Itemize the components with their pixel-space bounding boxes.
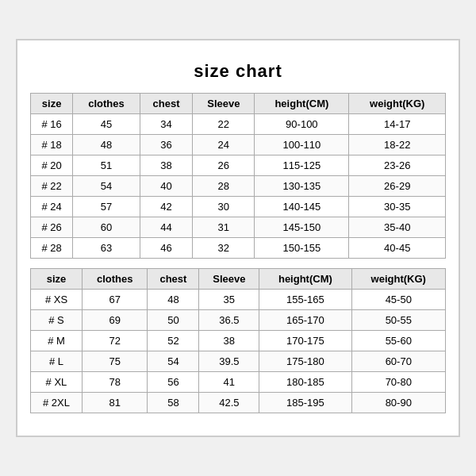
table-cell: # XL <box>31 372 83 393</box>
table-cell: 57 <box>73 197 140 217</box>
size-table-2: sizeclotheschestSleeveheight(CM)weight(K… <box>30 268 446 413</box>
table-cell: 150-155 <box>255 238 349 259</box>
table-row: # 24574230140-14530-35 <box>31 197 446 217</box>
table-cell: 115-125 <box>255 155 349 176</box>
table-cell: 55-60 <box>351 331 445 351</box>
table-cell: 54 <box>73 176 140 197</box>
table-cell: 35-40 <box>349 217 446 238</box>
table-cell: 31 <box>193 217 255 238</box>
table-cell: 100-110 <box>255 135 349 155</box>
column-header: size <box>31 94 73 114</box>
table-cell: 63 <box>73 238 140 259</box>
column-header: Sleeve <box>199 269 259 290</box>
column-header: weight(KG) <box>349 94 446 114</box>
table-row: # L755439.5175-18060-70 <box>31 351 446 372</box>
table-cell: 38 <box>140 155 193 176</box>
table-cell: 45-50 <box>351 290 445 310</box>
table-cell: 42.5 <box>199 393 259 413</box>
size-table-1: sizeclotheschestSleeveheight(CM)weight(K… <box>30 93 446 259</box>
table-row: # XS674835155-16545-50 <box>31 290 446 310</box>
table-row: # 18483624100-11018-22 <box>31 135 446 155</box>
table-cell: 51 <box>73 155 140 176</box>
table-cell: 81 <box>82 393 147 413</box>
table-cell: 67 <box>82 290 147 310</box>
table-cell: 48 <box>148 290 199 310</box>
table-row: # M725238170-17555-60 <box>31 331 446 351</box>
table-cell: 39.5 <box>199 351 259 372</box>
column-header: height(CM) <box>259 269 351 290</box>
table-cell: # XS <box>31 290 83 310</box>
table-cell: 38 <box>199 331 259 351</box>
table-cell: # M <box>31 331 83 351</box>
table-cell: 90-100 <box>255 114 349 135</box>
column-header: size <box>31 269 83 290</box>
table-cell: 40-45 <box>349 238 446 259</box>
table-cell: 185-195 <box>259 393 351 413</box>
table-cell: 18-22 <box>349 135 446 155</box>
table-cell: 69 <box>82 310 147 331</box>
column-header: chest <box>148 269 199 290</box>
column-header: weight(KG) <box>351 269 445 290</box>
table-cell: 45 <box>73 114 140 135</box>
table-cell: 46 <box>140 238 193 259</box>
table-cell: 34 <box>140 114 193 135</box>
column-header: chest <box>140 94 193 114</box>
table-cell: 70-80 <box>351 372 445 393</box>
table-cell: 60 <box>73 217 140 238</box>
column-header: clothes <box>82 269 147 290</box>
table-row: # 26604431145-15035-40 <box>31 217 446 238</box>
table-cell: 58 <box>148 393 199 413</box>
table-cell: # 22 <box>31 176 73 197</box>
table-cell: 60-70 <box>351 351 445 372</box>
table-cell: 14-17 <box>349 114 446 135</box>
table-cell: 54 <box>148 351 199 372</box>
table-cell: 56 <box>148 372 199 393</box>
column-header: clothes <box>73 94 140 114</box>
table-cell: 48 <box>73 135 140 155</box>
table-cell: # S <box>31 310 83 331</box>
table-cell: 180-185 <box>259 372 351 393</box>
table-cell: 44 <box>140 217 193 238</box>
table-cell: # 24 <box>31 197 73 217</box>
table-row: # 28634632150-15540-45 <box>31 238 446 259</box>
table-cell: 145-150 <box>255 217 349 238</box>
table-cell: 140-145 <box>255 197 349 217</box>
table-cell: 36.5 <box>199 310 259 331</box>
table-cell: # 2XL <box>31 393 83 413</box>
table-cell: # 18 <box>31 135 73 155</box>
table-cell: 22 <box>193 114 255 135</box>
table-cell: 28 <box>193 176 255 197</box>
table-cell: 26-29 <box>349 176 446 197</box>
table-cell: 78 <box>82 372 147 393</box>
table-cell: 30 <box>193 197 255 217</box>
table-cell: 80-90 <box>351 393 445 413</box>
table-row: # 22544028130-13526-29 <box>31 176 446 197</box>
table-cell: 36 <box>140 135 193 155</box>
table-cell: 52 <box>148 331 199 351</box>
table-cell: 23-26 <box>349 155 446 176</box>
table-cell: 32 <box>193 238 255 259</box>
table-cell: 26 <box>193 155 255 176</box>
table-cell: 41 <box>199 372 259 393</box>
table-cell: 170-175 <box>259 331 351 351</box>
table-row: # 20513826115-12523-26 <box>31 155 446 176</box>
column-header: Sleeve <box>193 94 255 114</box>
table-cell: 155-165 <box>259 290 351 310</box>
table-cell: # 16 <box>31 114 73 135</box>
table-cell: 30-35 <box>349 197 446 217</box>
table-cell: 72 <box>82 331 147 351</box>
chart-title: size chart <box>30 53 446 93</box>
table-row: # S695036.5165-17050-55 <box>31 310 446 331</box>
table-cell: 75 <box>82 351 147 372</box>
table-cell: 175-180 <box>259 351 351 372</box>
table-cell: 40 <box>140 176 193 197</box>
table-row: # XL785641180-18570-80 <box>31 372 446 393</box>
table-cell: 130-135 <box>255 176 349 197</box>
table-cell: 42 <box>140 197 193 217</box>
column-header: height(CM) <box>255 94 349 114</box>
table-cell: 50 <box>148 310 199 331</box>
table-cell: # 26 <box>31 217 73 238</box>
table-cell: # L <box>31 351 83 372</box>
table-row: # 1645342290-10014-17 <box>31 114 446 135</box>
table-cell: 50-55 <box>351 310 445 331</box>
